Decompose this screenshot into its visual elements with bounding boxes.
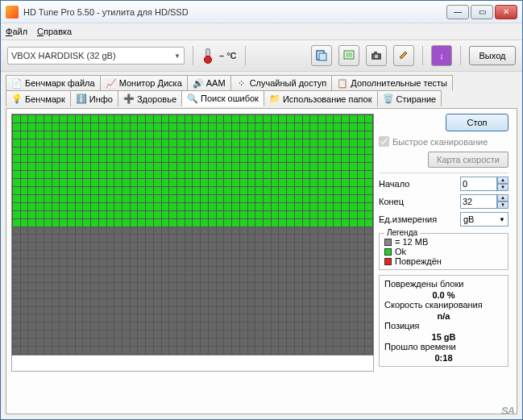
block-cell (122, 187, 130, 194)
quick-scan-checkbox[interactable] (379, 136, 389, 147)
block-cell (60, 267, 67, 274)
block-cell (28, 163, 35, 170)
tab-erase[interactable]: 🗑️Стирание (377, 90, 442, 106)
block-cell (240, 259, 247, 266)
block-cell (138, 163, 145, 170)
block-cell (99, 227, 106, 235)
minimize-button[interactable]: — (446, 5, 469, 19)
block-cell (36, 179, 44, 186)
block-cell (358, 131, 365, 139)
tab-file-benchmark[interactable]: 📄Бенчмарк файла (6, 75, 101, 90)
block-cell (28, 187, 35, 194)
block-cell (350, 275, 357, 282)
block-cell (272, 339, 279, 346)
end-input[interactable] (460, 194, 497, 209)
block-cell (295, 155, 302, 162)
block-cell (13, 187, 20, 194)
block-cell (52, 267, 60, 274)
block-cell (114, 139, 122, 147)
block-cell (287, 171, 294, 178)
block-cell (248, 211, 255, 218)
block-cell (21, 283, 28, 290)
drive-selector[interactable]: VBOX HARDDISK (32 gB) ▼ (7, 47, 185, 64)
block-cell (365, 219, 372, 227)
unit-select[interactable]: gB ▼ (460, 212, 508, 227)
tab-disk-monitor[interactable]: 📈Монитор Диска (100, 75, 188, 90)
exit-button[interactable]: Выход (469, 46, 516, 65)
spin-up[interactable]: ▲ (497, 177, 508, 184)
block-cell (177, 211, 185, 218)
block-cell (68, 314, 75, 322)
speed-map-button[interactable]: Карта скорости (428, 152, 508, 168)
block-cell (295, 179, 302, 186)
close-button[interactable]: ✕ (495, 5, 517, 19)
block-cell (318, 275, 326, 282)
block-cell (326, 219, 334, 227)
block-cell (154, 307, 161, 314)
block-cell (334, 251, 341, 258)
block-cell (131, 307, 138, 314)
block-cell (201, 243, 208, 250)
blockmap-grid (12, 114, 373, 355)
block-cell (107, 347, 114, 354)
block-cell (44, 299, 52, 306)
end-spinner[interactable]: ▲▼ (460, 194, 508, 209)
block-cell (28, 115, 35, 123)
copy-info-button[interactable] (311, 45, 332, 66)
maximize-button[interactable]: ▭ (471, 5, 493, 19)
block-cell (358, 322, 365, 330)
tab-benchmark[interactable]: 💡Бенчмарк (6, 90, 71, 106)
block-cell (310, 243, 318, 250)
tab-extra-tests[interactable]: 📋Дополнительные тесты (331, 75, 453, 90)
spin-up[interactable]: ▲ (497, 194, 508, 202)
start-spinner[interactable]: ▲▼ (460, 177, 508, 191)
block-cell (310, 347, 318, 354)
block-cell (114, 347, 122, 354)
block-cell (76, 211, 83, 218)
block-cell (76, 123, 83, 131)
block-cell (154, 131, 161, 139)
tab-info[interactable]: ℹ️Инфо (70, 90, 118, 106)
block-cell (146, 148, 153, 155)
block-cell (91, 203, 98, 210)
block-cell (342, 195, 349, 202)
settings-button[interactable] (393, 45, 414, 66)
block-cell (44, 115, 52, 123)
spin-down[interactable]: ▼ (497, 202, 508, 209)
progress-slider[interactable] (11, 356, 374, 372)
block-cell (21, 291, 28, 298)
block-cell (240, 275, 247, 282)
block-cell (264, 148, 271, 155)
block-cell (295, 115, 302, 123)
block-cell (287, 251, 294, 258)
tab-folder-usage[interactable]: 📁Использование папок (264, 90, 378, 106)
block-cell (122, 203, 130, 210)
block-cell (193, 123, 200, 131)
block-cell (28, 331, 35, 338)
block-cell (114, 307, 122, 314)
copy-screenshot-button[interactable] (338, 45, 359, 66)
block-cell (255, 339, 263, 346)
tab-error-scan[interactable]: 🔍Поиск ошибок (181, 90, 264, 106)
block-cell (28, 235, 35, 242)
block-cell (36, 203, 44, 210)
tab-health[interactable]: ➕Здоровье (118, 90, 182, 106)
block-cell (279, 235, 286, 242)
tab-random-access[interactable]: ⁘Случайный доступ (230, 75, 333, 90)
stop-button[interactable]: Стоп (446, 114, 508, 131)
menu-help[interactable]: Справка (37, 27, 72, 36)
block-cell (232, 123, 239, 131)
block-cell (91, 307, 98, 314)
block-cell (138, 131, 145, 139)
save-button[interactable]: ↓ (431, 45, 452, 66)
block-cell (279, 115, 286, 123)
tab-aam[interactable]: 🔊AAM (187, 75, 231, 90)
block-cell (83, 339, 90, 346)
screenshot-button[interactable] (366, 45, 387, 66)
block-cell (287, 187, 294, 194)
menu-file[interactable]: Файл (6, 27, 27, 36)
scan-params: Начало ▲▼ Конец ▲▼ Ед.измерения (379, 173, 508, 227)
svg-point-5 (375, 55, 379, 59)
start-input[interactable] (460, 177, 497, 191)
spin-down[interactable]: ▼ (497, 184, 508, 191)
